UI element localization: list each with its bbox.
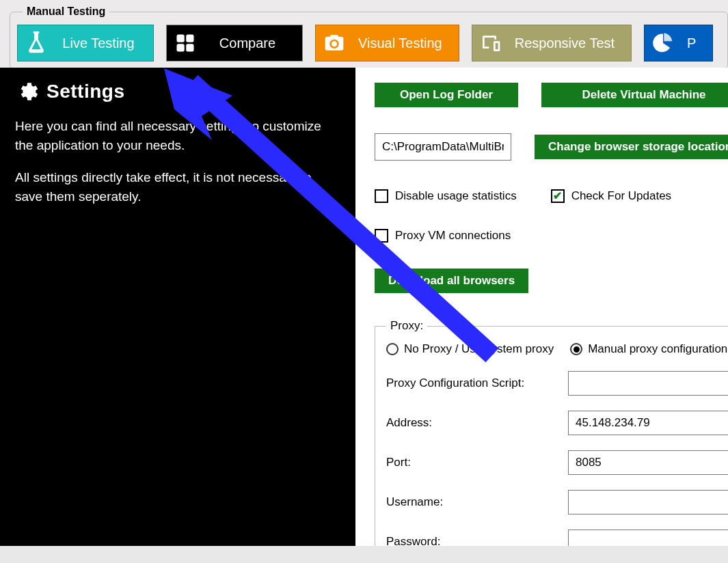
- settings-desc-2: All settings directly take effect, it is…: [15, 168, 340, 206]
- disable-stats-checkbox[interactable]: [375, 189, 388, 203]
- proxy-script-label: Proxy Configuration Script:: [386, 376, 557, 390]
- gear-icon: [15, 80, 38, 103]
- settings-pane: Open Log Folder Delete Virtual Machine C…: [355, 68, 728, 546]
- delete-vm-button[interactable]: Delete Virtual Machine: [541, 83, 728, 107]
- settings-sidebar: Settings Here you can find all necessary…: [0, 68, 355, 546]
- proxy-script-input[interactable]: [568, 371, 728, 396]
- proxy-vm-checkbox[interactable]: [375, 229, 388, 243]
- proxy-legend: Proxy:: [386, 319, 427, 333]
- proxy-password-input[interactable]: [568, 530, 728, 546]
- flask-icon: [18, 25, 55, 61]
- no-proxy-radio[interactable]: [386, 343, 399, 355]
- proxy-group: Proxy: No Proxy / Use system proxy Manua…: [375, 319, 728, 546]
- manual-proxy-label: Manual proxy configuration: [588, 342, 727, 356]
- tab-compare-label: Compare: [204, 36, 291, 51]
- svg-rect-1: [186, 35, 193, 42]
- svg-rect-2: [177, 44, 185, 51]
- tab-pie-label: P: [682, 36, 701, 51]
- proxy-password-label: Password:: [386, 535, 557, 546]
- check-updates-checkbox[interactable]: [551, 189, 565, 203]
- disable-stats-label: Disable usage statistics: [395, 189, 517, 203]
- storage-path-input[interactable]: [375, 133, 511, 161]
- tab-compare[interactable]: Compare: [166, 25, 303, 61]
- tab-visual-testing[interactable]: Visual Testing: [315, 25, 459, 61]
- proxy-vm-label: Proxy VM connections: [395, 229, 511, 243]
- manual-testing-group: Manual Testing Live Testing Compare Visu…: [10, 5, 728, 69]
- check-updates-label: Check For Updates: [571, 189, 671, 203]
- settings-title: Settings: [46, 81, 124, 102]
- proxy-username-label: Username:: [386, 495, 557, 509]
- tab-visual-label: Visual Testing: [353, 36, 448, 51]
- proxy-port-label: Port:: [386, 456, 557, 469]
- svg-rect-3: [186, 44, 193, 51]
- proxy-address-label: Address:: [386, 416, 557, 430]
- devices-icon: [472, 25, 509, 61]
- settings-desc-1: Here you can find all necessary settings…: [15, 117, 340, 154]
- grid-icon: [167, 25, 204, 61]
- proxy-port-input[interactable]: [568, 450, 728, 475]
- tab-live-testing[interactable]: Live Testing: [17, 25, 154, 61]
- open-log-folder-button[interactable]: Open Log Folder: [375, 83, 518, 107]
- tab-responsive-label: Responsive Test: [509, 36, 620, 51]
- download-all-browsers-button[interactable]: Download all browsers: [375, 269, 528, 293]
- tab-row: Live Testing Compare Visual Testing Resp…: [17, 25, 720, 61]
- manual-testing-legend: Manual Testing: [23, 5, 109, 18]
- tab-responsive-test[interactable]: Responsive Test: [472, 25, 632, 61]
- pie-chart-icon: [645, 25, 682, 61]
- no-proxy-label: No Proxy / Use system proxy: [404, 342, 554, 356]
- camera-icon: [316, 25, 353, 61]
- proxy-username-input[interactable]: [568, 490, 728, 514]
- tab-pie-partial[interactable]: P: [644, 25, 713, 61]
- tab-live-label: Live Testing: [55, 36, 142, 51]
- proxy-address-input[interactable]: [568, 411, 728, 435]
- manual-proxy-radio[interactable]: [570, 343, 582, 355]
- change-storage-button[interactable]: Change browser storage location: [535, 135, 728, 159]
- svg-rect-0: [177, 35, 185, 42]
